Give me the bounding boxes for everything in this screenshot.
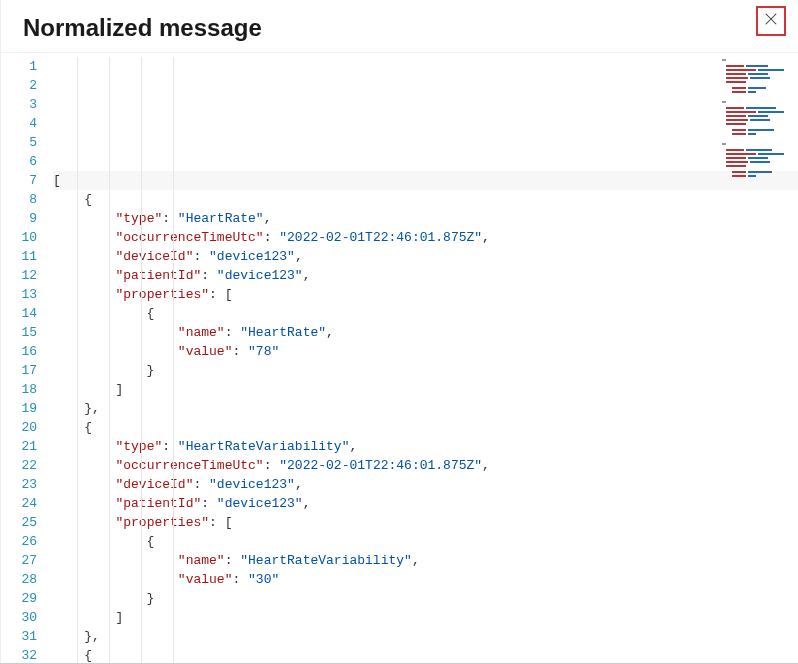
code-line[interactable]: ] <box>53 608 798 627</box>
code-line[interactable]: }, <box>53 399 798 418</box>
code-line[interactable]: "deviceId": "device123", <box>53 247 798 266</box>
line-number: 10 <box>1 228 37 247</box>
line-number: 8 <box>1 190 37 209</box>
line-number: 5 <box>1 133 37 152</box>
line-number: 2 <box>1 76 37 95</box>
line-number: 7 <box>1 171 37 190</box>
code-line[interactable]: "patientId": "device123", <box>53 266 798 285</box>
line-number: 24 <box>1 494 37 513</box>
code-line[interactable]: "name": "HeartRateVariability", <box>53 551 798 570</box>
code-line[interactable]: "patientId": "device123", <box>53 494 798 513</box>
code-line[interactable]: { <box>53 190 798 209</box>
line-number-gutter: 1234567891011121314151617181920212223242… <box>1 53 45 664</box>
code-line[interactable]: "type": "HeartRate", <box>53 209 798 228</box>
code-content[interactable]: [ { "type": "HeartRate", "occurrenceTime… <box>45 53 798 664</box>
line-number: 6 <box>1 152 37 171</box>
code-line[interactable]: "value": "78" <box>53 342 798 361</box>
code-line[interactable]: "occurrenceTimeUtc": "2022-02-01T22:46:0… <box>53 228 798 247</box>
line-number: 27 <box>1 551 37 570</box>
code-line[interactable]: "value": "30" <box>53 570 798 589</box>
code-line[interactable]: { <box>53 304 798 323</box>
code-line[interactable]: "deviceId": "device123", <box>53 475 798 494</box>
code-line[interactable]: } <box>53 589 798 608</box>
line-number: 31 <box>1 627 37 646</box>
line-number: 29 <box>1 589 37 608</box>
close-button[interactable] <box>756 6 786 36</box>
code-line[interactable]: }, <box>53 627 798 646</box>
code-line[interactable]: { <box>53 418 798 437</box>
line-number: 18 <box>1 380 37 399</box>
line-number: 15 <box>1 323 37 342</box>
line-number: 25 <box>1 513 37 532</box>
panel-header: Normalized message <box>1 0 798 52</box>
code-line[interactable]: } <box>53 361 798 380</box>
line-number: 23 <box>1 475 37 494</box>
line-number: 1 <box>1 57 37 76</box>
line-number: 32 <box>1 646 37 664</box>
line-number: 3 <box>1 95 37 114</box>
line-number: 9 <box>1 209 37 228</box>
code-line[interactable]: "name": "HeartRate", <box>53 323 798 342</box>
line-number: 12 <box>1 266 37 285</box>
line-number: 4 <box>1 114 37 133</box>
line-number: 13 <box>1 285 37 304</box>
code-line[interactable]: "type": "HeartRateVariability", <box>53 437 798 456</box>
line-number: 16 <box>1 342 37 361</box>
line-number: 22 <box>1 456 37 475</box>
line-number: 28 <box>1 570 37 589</box>
code-line[interactable]: [ <box>53 171 798 190</box>
line-number: 26 <box>1 532 37 551</box>
panel: Normalized message 123456789101112131415… <box>0 0 798 664</box>
line-number: 20 <box>1 418 37 437</box>
code-line[interactable]: "properties": [ <box>53 285 798 304</box>
line-number: 30 <box>1 608 37 627</box>
line-number: 11 <box>1 247 37 266</box>
line-number: 14 <box>1 304 37 323</box>
code-line[interactable]: { <box>53 532 798 551</box>
code-line[interactable]: "occurrenceTimeUtc": "2022-02-01T22:46:0… <box>53 456 798 475</box>
line-number: 19 <box>1 399 37 418</box>
code-line[interactable]: ] <box>53 380 798 399</box>
line-number: 17 <box>1 361 37 380</box>
line-number: 21 <box>1 437 37 456</box>
panel-title: Normalized message <box>23 14 262 42</box>
code-editor[interactable]: 1234567891011121314151617181920212223242… <box>1 52 798 664</box>
code-line[interactable]: "properties": [ <box>53 513 798 532</box>
close-icon <box>764 12 778 30</box>
code-line[interactable]: { <box>53 646 798 664</box>
